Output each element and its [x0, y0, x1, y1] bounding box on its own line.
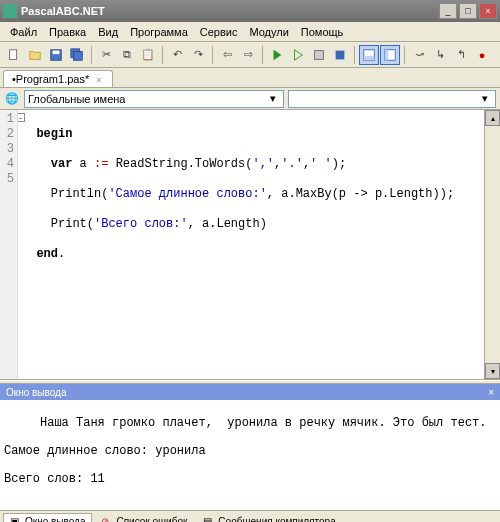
bottom-tab-output[interactable]: ▣ Окно вывода: [3, 513, 92, 523]
step-out-icon[interactable]: ↰: [451, 45, 471, 65]
step-over-icon[interactable]: ⤻: [409, 45, 429, 65]
menu-modules[interactable]: Модули: [243, 24, 294, 40]
window-title: PascalABC.NET: [21, 5, 437, 17]
bottom-tab-errors[interactable]: ⊘ Список ошибок: [94, 513, 194, 523]
new-file-icon[interactable]: [4, 45, 24, 65]
bottom-tabs: ▣ Окно вывода ⊘ Список ошибок ▤ Сообщени…: [0, 510, 500, 522]
breakpoint-icon[interactable]: ●: [472, 45, 492, 65]
redo-icon[interactable]: ↷: [188, 45, 208, 65]
output-panel[interactable]: Наша Таня громко плачет, уронила в речку…: [0, 400, 500, 510]
scope-combo[interactable]: Глобальные имена ▾: [24, 90, 284, 108]
scope-combo-value: Глобальные имена: [28, 93, 126, 105]
svg-rect-0: [10, 49, 17, 59]
output-tab-icon: ▣: [10, 516, 22, 523]
tab-close-icon[interactable]: ×: [96, 75, 101, 85]
save-all-icon[interactable]: [67, 45, 87, 65]
svg-rect-8: [364, 55, 375, 59]
tab-label: •Program1.pas*: [12, 73, 89, 85]
errors-tab-icon: ⊘: [101, 516, 113, 523]
app-icon: [3, 4, 17, 18]
compile-icon[interactable]: [309, 45, 329, 65]
bottom-tab-messages[interactable]: ▤ Сообщения компилятора: [196, 513, 342, 523]
chevron-down-icon: ▾: [266, 92, 280, 105]
menu-edit[interactable]: Правка: [43, 24, 92, 40]
scroll-up-icon[interactable]: ▴: [485, 110, 500, 126]
side-panel-icon[interactable]: [380, 45, 400, 65]
chevron-down-icon: ▾: [478, 92, 492, 105]
navbar: 🌐 Глобальные имена ▾ ▾: [0, 88, 500, 110]
nav-fwd-icon[interactable]: ⇨: [238, 45, 258, 65]
svg-rect-10: [385, 49, 389, 60]
member-combo[interactable]: ▾: [288, 90, 496, 108]
line-gutter: 1 2 3 4 5: [0, 110, 18, 379]
messages-tab-icon: ▤: [203, 516, 215, 523]
nav-back-icon[interactable]: ⇦: [217, 45, 237, 65]
output-close-icon[interactable]: ×: [488, 387, 494, 398]
menu-service[interactable]: Сервис: [194, 24, 244, 40]
copy-icon[interactable]: ⧉: [117, 45, 137, 65]
tab-program1[interactable]: •Program1.pas* ×: [3, 70, 113, 87]
maximize-button[interactable]: □: [459, 3, 477, 19]
editor-scrollbar[interactable]: ▴ ▾: [484, 110, 500, 379]
save-icon[interactable]: [46, 45, 66, 65]
paste-icon[interactable]: 📋: [138, 45, 158, 65]
cut-icon[interactable]: ✂: [96, 45, 116, 65]
undo-icon[interactable]: ↶: [167, 45, 187, 65]
close-button[interactable]: ×: [479, 3, 497, 19]
minimize-button[interactable]: _: [439, 3, 457, 19]
titlebar: PascalABC.NET _ □ ×: [0, 0, 500, 22]
menu-program[interactable]: Программа: [124, 24, 194, 40]
run-icon[interactable]: [267, 45, 287, 65]
menu-help[interactable]: Помощь: [295, 24, 350, 40]
menubar: Файл Правка Вид Программа Сервис Модули …: [0, 22, 500, 42]
output-panel-icon[interactable]: [359, 45, 379, 65]
globe-icon[interactable]: 🌐: [4, 91, 20, 107]
output-title: Окно вывода: [6, 387, 66, 398]
tabbar: •Program1.pas* ×: [0, 68, 500, 88]
svg-rect-5: [315, 50, 324, 59]
step-into-icon[interactable]: ↳: [430, 45, 450, 65]
scroll-down-icon[interactable]: ▾: [485, 363, 500, 379]
code-area[interactable]: - begin var a := ReadString.ToWords(',',…: [18, 110, 484, 379]
svg-rect-4: [74, 51, 83, 60]
svg-rect-2: [53, 50, 60, 54]
fold-icon[interactable]: -: [18, 113, 25, 122]
svg-rect-6: [336, 50, 345, 59]
toolbar: ✂ ⧉ 📋 ↶ ↷ ⇦ ⇨ ⤻ ↳ ↰ ●: [0, 42, 500, 68]
stop-icon[interactable]: [330, 45, 350, 65]
open-file-icon[interactable]: [25, 45, 45, 65]
menu-view[interactable]: Вид: [92, 24, 124, 40]
menu-file[interactable]: Файл: [4, 24, 43, 40]
run-no-debug-icon[interactable]: [288, 45, 308, 65]
code-editor[interactable]: 1 2 3 4 5 - begin var a := ReadString.To…: [0, 110, 500, 380]
output-titlebar: Окно вывода ×: [0, 384, 500, 400]
